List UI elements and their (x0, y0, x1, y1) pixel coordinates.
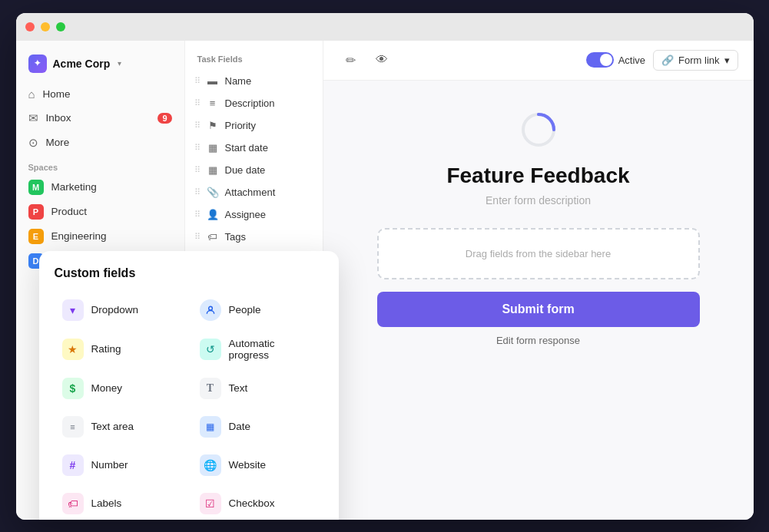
active-label: Active (618, 55, 645, 66)
duedate-field-icon: ▦ (207, 164, 219, 176)
engineering-space-icon: E (28, 229, 44, 244)
dropdown-icon: ▾ (62, 299, 84, 321)
sidebar-item-product-label: Product (51, 206, 88, 217)
popup-item-checkbox-label: Checkbox (229, 497, 275, 509)
text-icon: T (200, 378, 221, 399)
inbox-icon: ✉ (28, 111, 38, 125)
date-icon: ▦ (200, 416, 221, 438)
popup-item-labels[interactable]: 🏷 Labels (55, 486, 186, 520)
field-description[interactable]: ⠿ ≡ Description (185, 92, 323, 114)
popup-item-date[interactable]: ▦ Date (192, 409, 323, 444)
workspace-chevron-icon: ▾ (118, 59, 121, 68)
sidebar-item-engineering[interactable]: E Engineering (16, 224, 184, 249)
field-name-label: Name (225, 75, 252, 87)
assignee-field-icon: 👤 (207, 209, 219, 220)
popup-grid: ▾ Dropdown People ★ Rating ↺ Automatic p… (55, 292, 323, 520)
form-title: Feature Feedback (446, 164, 629, 188)
popup-item-dropdown-label: Dropdown (91, 304, 139, 316)
popup-item-website[interactable]: 🌐 Website (192, 448, 323, 483)
popup-item-text-area-label: Text area (91, 421, 134, 432)
edit-button[interactable]: ✏ (339, 48, 363, 72)
sidebar-item-home[interactable]: ⌂ Home (16, 82, 184, 106)
form-link-label: Form link (678, 55, 719, 66)
active-toggle-wrapper: Active (586, 52, 645, 68)
text-area-icon: ≡ (62, 416, 84, 438)
drag-handle-icon: ⠿ (194, 98, 201, 108)
popup-item-number[interactable]: # Number (55, 448, 186, 483)
toolbar-right: Active 🔗 Form link ▾ (586, 50, 738, 71)
startdate-field-icon: ▦ (207, 142, 219, 154)
field-attachment-label: Attachment (225, 187, 276, 198)
submit-button[interactable]: Submit form (377, 292, 700, 327)
popup-item-checkbox[interactable]: ☑ Checkbox (192, 486, 323, 520)
eye-icon: 👁 (376, 53, 388, 67)
sidebar-item-inbox[interactable]: ✉ Inbox 9 (16, 106, 184, 131)
content-toolbar: ✏ 👁 Active 🔗 Form link (323, 41, 754, 81)
popup-item-money-label: Money (91, 382, 123, 394)
spaces-section-label: Spaces (16, 155, 184, 175)
form-description: Enter form description (486, 194, 591, 207)
workspace-name: Acme Corp (53, 58, 111, 70)
inbox-badge: 9 (157, 113, 171, 124)
field-assignee[interactable]: ⠿ 👤 Assignee (185, 203, 323, 226)
popup-title: Custom fields (55, 266, 323, 280)
titlebar (16, 13, 754, 41)
popup-item-website-label: Website (229, 459, 267, 471)
popup-item-text-label: Text (229, 382, 248, 394)
popup-item-dropdown[interactable]: ▾ Dropdown (55, 292, 186, 328)
rating-icon: ★ (62, 339, 84, 360)
preview-button[interactable]: 👁 (370, 48, 394, 72)
popup-item-rating[interactable]: ★ Rating (55, 331, 186, 368)
close-button[interactable] (25, 22, 35, 31)
sidebar-item-product[interactable]: P Product (16, 200, 184, 224)
popup-item-auto-progress-label: Automatic progress (229, 338, 316, 361)
drag-handle-icon: ⠿ (194, 76, 201, 86)
people-icon (200, 299, 221, 321)
drag-handle-icon: ⠿ (194, 232, 201, 242)
field-start-date[interactable]: ⠿ ▦ Start date (185, 137, 323, 159)
content-area: ✏ 👁 Active 🔗 Form link (323, 41, 754, 520)
name-field-icon: ▬ (207, 75, 219, 87)
sidebar-item-marketing-label: Marketing (51, 181, 97, 193)
home-icon: ⌂ (28, 88, 35, 101)
maximize-button[interactable] (56, 22, 65, 31)
popup-item-people-label: People (229, 304, 261, 316)
priority-field-icon: ⚑ (207, 120, 219, 131)
toggle-knob (600, 54, 612, 66)
workspace-header[interactable]: ✦ Acme Corp ▾ (16, 50, 184, 82)
svg-point-1 (208, 306, 212, 310)
more-icon: ⊙ (28, 136, 38, 150)
sidebar-item-more[interactable]: ⊙ More (16, 131, 184, 155)
labels-icon: 🏷 (62, 493, 84, 514)
drop-zone[interactable]: Drag fields from the sidebar here (377, 228, 700, 279)
popup-item-rating-label: Rating (91, 343, 121, 355)
field-due-date[interactable]: ⠿ ▦ Due date (185, 159, 323, 181)
field-attachment[interactable]: ⠿ 📎 Attachment (185, 181, 323, 203)
popup-item-auto-progress[interactable]: ↺ Automatic progress (192, 331, 323, 368)
checkbox-icon: ☑ (200, 493, 221, 514)
link-icon: 🔗 (661, 55, 674, 66)
field-tags[interactable]: ⠿ 🏷 Tags (185, 226, 323, 248)
field-startdate-label: Start date (225, 142, 268, 154)
drop-zone-text: Drag fields from the sidebar here (466, 248, 611, 259)
toolbar-left: ✏ 👁 (339, 48, 394, 72)
popup-item-text[interactable]: T Text (192, 371, 323, 406)
popup-item-people[interactable]: People (192, 292, 323, 328)
website-icon: 🌐 (200, 454, 221, 476)
minimize-button[interactable] (41, 22, 50, 31)
popup-item-labels-label: Labels (91, 497, 122, 509)
field-priority[interactable]: ⠿ ⚑ Priority (185, 114, 323, 137)
tags-field-icon: 🏷 (207, 231, 219, 243)
form-link-button[interactable]: 🔗 Form link ▾ (653, 50, 738, 71)
field-description-label: Description (225, 97, 275, 109)
popup-item-money[interactable]: $ Money (55, 371, 186, 406)
sidebar-item-marketing[interactable]: M Marketing (16, 175, 184, 200)
field-priority-label: Priority (225, 120, 256, 131)
drag-handle-icon: ⠿ (194, 210, 201, 220)
field-name[interactable]: ⠿ ▬ Name (185, 70, 323, 92)
edit-response-link[interactable]: Edit form response (496, 335, 580, 346)
task-fields-label: Task Fields (185, 51, 323, 70)
drag-handle-icon: ⠿ (194, 187, 201, 197)
active-toggle[interactable] (586, 52, 614, 68)
popup-item-text-area[interactable]: ≡ Text area (55, 409, 186, 444)
